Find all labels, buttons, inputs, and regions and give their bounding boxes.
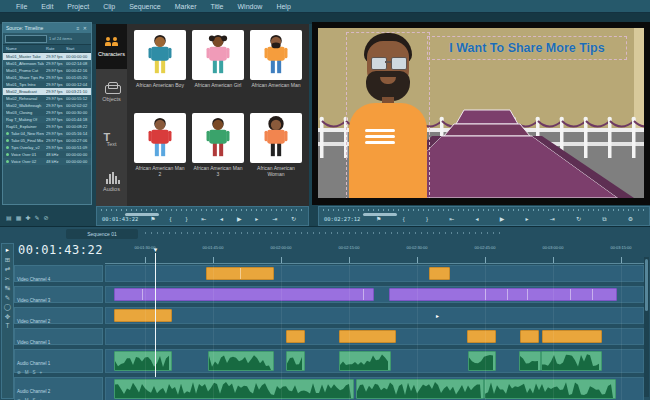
track-content[interactable] [105,377,644,400]
thumbnail-view-icon[interactable]: ▦ [16,214,22,221]
vertical-scrollbar[interactable] [644,257,649,397]
menu-item-sequence[interactable]: Sequence [123,3,167,10]
transport-step-back-button[interactable]: ◂ [220,216,223,222]
clip-list-row[interactable]: Mix01_Master Take29.97 fps00:00:00:00 [3,53,91,60]
transport-go-to-out-button[interactable]: ⇥ [550,216,555,222]
transport-mark-out-button[interactable]: } [185,216,187,222]
audio-clip[interactable] [114,379,354,399]
transport-loop-button[interactable]: ↻ [576,216,581,222]
column-start[interactable]: Start [66,46,88,51]
rail-item-characters[interactable]: Characters [96,24,127,69]
transport-mark-out-button[interactable]: } [426,216,428,222]
clip-list-row[interactable]: Ray T_Making Of29.97 fps00:01:44:18 [3,116,91,123]
menu-item-file[interactable]: File [10,3,33,10]
character-selection-box[interactable] [346,32,430,198]
rail-item-objects[interactable]: Objects [96,69,127,114]
list-view-icon[interactable]: ▤ [6,214,12,221]
track-content[interactable] [105,286,644,303]
track-header[interactable]: Video Channel 2◉ [14,307,103,324]
column-rate[interactable]: Rate [46,46,64,51]
track-lock-toggle[interactable]: ⊘ [17,370,21,375]
track-content[interactable]: ▸ [105,307,644,324]
caption-selection-box[interactable]: I Want To Share More Tips [427,36,627,60]
delete-icon[interactable]: ⊘ [43,214,48,221]
transport-step-back-button[interactable]: ◂ [475,216,478,222]
track-header[interactable]: Video Channel 4◉ [14,265,103,282]
clip-list-row[interactable]: Voice Over 0148 kHz00:00:00:00 [3,151,91,158]
clip-list-row[interactable]: Take 04_New Render29.97 fps00:05:16:14 [3,130,91,137]
transport-settings-button[interactable]: ⚙ [628,216,633,222]
clip-list-row[interactable]: Mix02_Walkthrough29.97 fps00:02:02:02 [3,102,91,109]
edit-icon[interactable]: ✎ [34,214,39,221]
audio-clip[interactable] [339,351,391,371]
clip-list-row[interactable]: Mix03_Closing29.97 fps00:00:30:00 [3,109,91,116]
transport-add-marker-button[interactable]: ⚑ [150,216,155,222]
audio-clip[interactable] [541,351,602,371]
character-thumbnail[interactable] [134,30,186,80]
transport-go-to-out-button[interactable]: ⇥ [272,216,277,222]
audio-clip[interactable] [468,351,496,371]
rail-item-text[interactable]: TText [96,114,127,159]
new-item-icon[interactable]: ✚ [25,214,30,221]
transport-step-forward-button[interactable]: ▸ [526,216,529,222]
transport-play-button[interactable]: ▶ [237,216,242,222]
clip-list-row[interactable]: Tips Overlay_v229.97 fps00:00:51:09 [3,144,91,151]
scroll-strip[interactable] [101,208,304,212]
add-keyframe-button[interactable]: + [40,370,43,375]
menu-item-help[interactable]: Help [270,3,296,10]
transport-export-frame-button[interactable]: ⧉ [602,216,606,222]
audio-clip[interactable] [208,351,274,371]
clip-list-row[interactable]: Mix01_Afternoon Take29.97 fps00:02:14:08 [3,60,91,67]
playhead-line[interactable] [155,253,156,377]
clip-list-row[interactable]: Mix02_Rehearsal29.97 fps00:00:55:12 [3,95,91,102]
video-clip[interactable] [339,330,396,343]
transport-add-marker-button[interactable]: ⚑ [376,216,381,222]
clip-list-row[interactable]: Voice Over 0248 kHz00:00:00:00 [3,158,91,165]
menu-item-project[interactable]: Project [61,3,95,10]
list-column-headers[interactable]: Name Rate Start [3,44,91,53]
video-clip[interactable] [542,330,602,343]
video-clip[interactable] [114,288,374,301]
character-thumbnail[interactable] [250,30,302,80]
clip-list-row[interactable]: Mix02_Broadcast29.97 fps00:03:21:10 [3,88,91,95]
track-header[interactable]: Audio Channel 1⊘MS+ [14,349,103,373]
scroll-thumb[interactable] [645,259,648,311]
character-thumbnail[interactable] [134,113,186,163]
track-header[interactable]: Audio Channel 2⊘MS+ [14,377,103,400]
audio-clip[interactable] [114,351,172,371]
menu-item-marker[interactable]: Marker [169,3,203,10]
clip-list-row[interactable]: Mix01_Share Tips Footage29.97 fps00:01:0… [3,74,91,81]
transport-mark-in-button[interactable]: { [170,216,172,222]
video-clip[interactable] [206,267,274,280]
panel-menu-icon[interactable]: ≡ ✕ [77,25,89,31]
video-preview[interactable]: I Want To Share More Tips [318,28,644,198]
track-content[interactable] [105,328,644,345]
menu-item-edit[interactable]: Edit [35,3,59,10]
transport-go-to-in-button[interactable]: ⇤ [449,216,454,222]
transport-mark-in-button[interactable]: { [403,216,405,222]
character-thumbnail[interactable] [250,113,302,163]
menu-item-window[interactable]: Window [231,3,268,10]
transport-go-to-in-button[interactable]: ⇤ [201,216,206,222]
mute-button[interactable]: M [25,370,29,375]
video-clip[interactable] [286,330,305,343]
clip-list-row[interactable]: Mix01_Tips Intro29.97 fps00:00:12:04 [3,81,91,88]
track-header[interactable]: Video Channel 1◉ [14,328,103,345]
transport-play-button[interactable]: ▶ [500,216,505,222]
menu-item-clip[interactable]: Clip [97,3,121,10]
menu-item-title[interactable]: Title [205,3,230,10]
audio-clip[interactable] [286,351,305,371]
video-clip[interactable] [114,309,172,322]
video-clip[interactable] [389,288,617,301]
video-clip[interactable] [429,267,450,280]
track-content[interactable] [105,265,644,282]
video-clip[interactable] [520,330,539,343]
audio-clip[interactable] [356,379,484,399]
clip-list-row[interactable]: Mix01_Promo Cut29.97 fps00:00:42:16 [3,67,91,74]
rail-item-audios[interactable]: Audios [96,159,127,204]
column-name[interactable]: Name [6,46,44,51]
solo-button[interactable]: S [33,370,36,375]
audio-clip[interactable] [519,351,541,371]
character-thumbnail[interactable] [192,30,244,80]
audio-clip[interactable] [484,379,616,399]
